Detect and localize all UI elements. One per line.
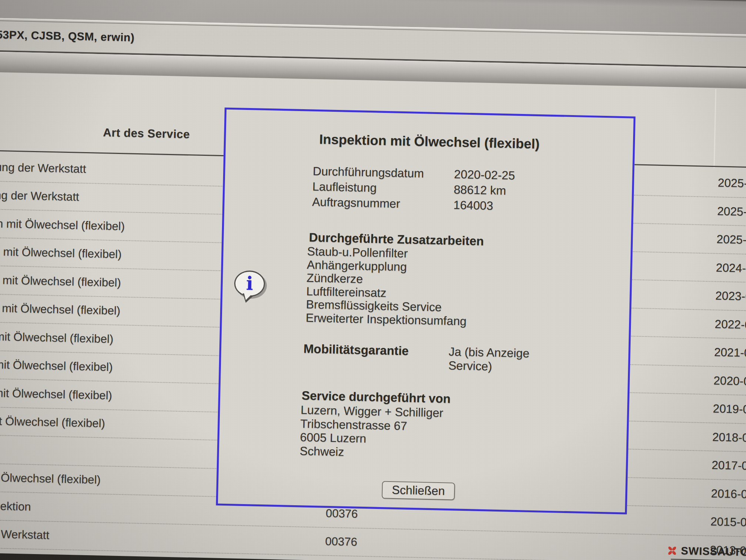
service-date-cell: 2017-0 [711,451,746,479]
field-label: Auftragsnummer [312,194,454,213]
field-value: 88612 km [454,182,506,199]
service-date-cell: 2015-0 [710,508,746,536]
mobility-guarantee-label: Mobilitätsgarantie [303,342,449,372]
service-type-cell: ion mit Ölwechsel (flexibel) [0,209,125,240]
service-date-cell: 2020-02- [713,366,746,395]
service-type-cell: mit Ölwechsel (flexibel) [0,407,105,437]
service-type-cell: der Werkstatt [0,520,50,549]
service-date-cell: 2021-04- [714,338,746,367]
service-date-cell: 2019-02- [713,395,746,423]
service-type-cell: n mit Ölwechsel (flexibel) [0,322,114,353]
window-top-strip [0,0,746,2]
info-glyph: i [234,270,265,297]
service-date-cell: 2016-0 [711,480,746,508]
service-date-cell: 2024-06- [716,254,746,282]
info-icon: i [234,270,272,308]
swissauto-cross-icon [667,545,678,556]
mobility-guarantee-row: Mobilitätsgarantie Ja (bis Anzeige Servi… [303,342,552,375]
service-date-cell: 2025-07- [717,197,746,226]
service-date-cell: 2025-07- [718,169,746,198]
service-date-cell: 2023-06- [715,282,746,311]
field-value: 164003 [453,197,493,214]
service-type-cell: on mit Ölwechsel (flexibel) [0,294,121,325]
service-type-cell: on mit Ölwechsel (flexibel) [0,266,121,296]
vehicle-session-text: E53PX, CJSB, QSM, erwin) [0,19,135,53]
service-type-cell: gung der Werkstatt [0,153,86,183]
close-button[interactable]: Schließen [382,481,455,500]
service-detail-dialog: Inspektion mit Ölwechsel (flexibel) Durc… [216,107,636,514]
address-line: Schweiz [300,444,443,461]
watermark-rule [671,559,746,560]
workshop-address: Luzern, Wigger + SchilligerTribschenstra… [300,403,444,461]
swissauto-brand-text: SWISSAUTO™ [681,545,746,559]
additional-work-list: Staub-u.PollenfilterAnhängerkupplungZünd… [306,245,468,328]
service-type-cell: mit Ölwechsel (flexibel) [0,464,101,494]
mobility-guarantee-value: Ja (bis Anzeige Service) [448,345,552,375]
additional-work-item: Erweiterter Inspektionsumfang [306,311,467,328]
service-type-cell: n mit Ölwechsel (flexibel) [0,351,113,381]
service-date-cell: 2018-0 [712,423,746,451]
service-type-cell: n mit Ölwechsel (flexibel) [0,379,112,409]
column-divider [713,89,716,168]
field-value: 2020-02-25 [454,167,515,183]
dialog-fields: Durchführungsdatum2020-02-25Laufleistung… [312,164,515,214]
swissauto-watermark: SWISSAUTO™ WWW.SWISS-AUTO.PL [666,544,746,560]
service-date-cell: 2025-05- [716,225,746,254]
service-type-cell: ung der Werkstatt [0,181,79,211]
screen-photo: E53PX, CJSB, QSM, erwin) Art des Service… [0,0,746,560]
dialog-title: Inspektion mit Ölwechsel (flexibel) [226,130,633,154]
order-number-cell: 00376 [302,527,380,556]
application-screen: E53PX, CJSB, QSM, erwin) Art des Service… [0,0,746,560]
service-type-cell: on mit Ölwechsel (flexibel) [0,238,122,268]
service-type-cell: nspektion [0,492,31,520]
service-date-cell: 2022-05- [715,310,746,339]
